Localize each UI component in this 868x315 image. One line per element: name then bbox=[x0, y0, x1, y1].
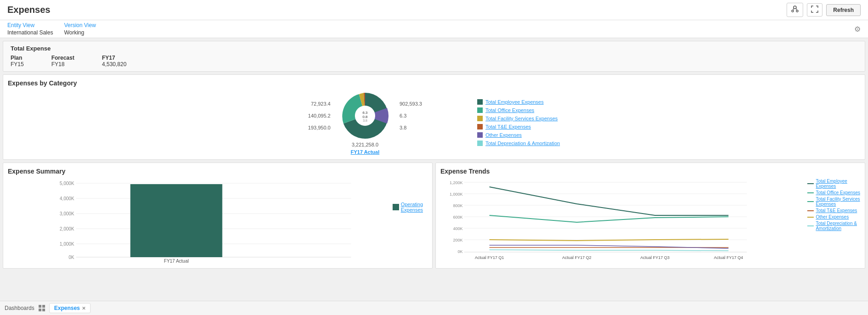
top-bar-actions: Refresh bbox=[787, 3, 861, 17]
svg-rect-49 bbox=[42, 305, 45, 308]
pie-labels-left: 72,923.4 140,095.2 193,950.0 bbox=[308, 101, 331, 130]
pie-caption[interactable]: FY17 Actual bbox=[351, 149, 380, 155]
line-legend-employee[interactable]: Total EmployeeExpenses bbox=[807, 179, 860, 189]
svg-text:1,000K: 1,000K bbox=[450, 192, 463, 197]
expense-summary-panel: Expense Summary 5,000K 4,000K 3,000K 2,0… bbox=[3, 163, 433, 269]
share-icon bbox=[791, 5, 799, 13]
line-legend-depreciation[interactable]: Total Depreciation &Amortization bbox=[807, 221, 860, 231]
svg-text:Actual FY17 Q4: Actual FY17 Q4 bbox=[714, 255, 743, 260]
entity-info: Entity View International Sales Version … bbox=[7, 22, 96, 36]
line-legend-office[interactable]: Total Office Expenses bbox=[807, 190, 860, 195]
legend-label-te: Total T&E Expenses bbox=[485, 124, 531, 129]
svg-text:600K: 600K bbox=[453, 215, 463, 219]
fy17-label: FY17 bbox=[102, 55, 126, 61]
legend-dot-office bbox=[477, 107, 483, 113]
total-expense-title: Total Expense bbox=[11, 45, 857, 52]
svg-line-4 bbox=[796, 8, 797, 11]
svg-text:3.8: 3.8 bbox=[363, 119, 367, 122]
svg-text:0K: 0K bbox=[457, 249, 463, 254]
tabs-bar: Dashboards Expenses ✕ bbox=[0, 301, 868, 315]
expense-trends-panel: Expense Trends 1,200K 1,000K 800K 600K 4… bbox=[435, 163, 865, 269]
pie-label-left-3: 193,950.0 bbox=[308, 125, 331, 130]
forecast-value: FY18 bbox=[51, 61, 74, 68]
pie-chart-container: 72,923.4 140,095.2 193,950.0 bbox=[8, 90, 860, 155]
svg-text:400K: 400K bbox=[453, 226, 463, 231]
legend-dot-depreciation bbox=[477, 141, 483, 146]
line-legend-dash-depreciation bbox=[807, 225, 814, 226]
legend-item-facility[interactable]: Total Facility Services Expenses bbox=[477, 116, 560, 121]
svg-text:0K: 0K bbox=[69, 255, 74, 260]
line-chart-legend: Total EmployeeExpenses Total Office Expe… bbox=[807, 179, 860, 231]
legend-label-facility: Total Facility Services Expenses bbox=[485, 116, 558, 121]
line-legend-label-te: Total T&E Expenses bbox=[816, 208, 857, 213]
legend-dot-employee bbox=[477, 99, 483, 105]
pie-label-right-1: 902,593.3 bbox=[400, 101, 422, 107]
share-icon-btn[interactable] bbox=[787, 3, 803, 17]
line-legend-label-depreciation: Total Depreciation &Amortization bbox=[816, 221, 857, 231]
line-legend-dash-office bbox=[807, 192, 814, 193]
legend-item-te[interactable]: Total T&E Expenses bbox=[477, 124, 560, 129]
refresh-button[interactable]: Refresh bbox=[826, 4, 861, 16]
line-legend-facility[interactable]: Total Facility ServicesExpenses bbox=[807, 197, 860, 207]
pie-bottom-label: 3,221,258.0 bbox=[352, 142, 378, 147]
line-legend-te[interactable]: Total T&E Expenses bbox=[807, 208, 860, 213]
svg-text:2,000K: 2,000K bbox=[60, 226, 74, 231]
svg-rect-11 bbox=[477, 116, 483, 121]
legend-dot-te bbox=[477, 124, 483, 129]
svg-text:Actual FY17 Q1: Actual FY17 Q1 bbox=[475, 255, 504, 260]
legend-label-other: Other Expenses bbox=[485, 132, 522, 138]
legend-label-employee: Total Employee Expenses bbox=[485, 99, 544, 105]
top-bar: Expenses Refresh bbox=[0, 0, 868, 20]
expenses-by-category-title: Expenses by Category bbox=[8, 79, 860, 87]
entity-col-2: Version View Working bbox=[64, 22, 96, 36]
pie-chart-svg: 6.3 0.8 3.8 bbox=[340, 90, 390, 141]
pie-legend: Total Employee Expenses Total Office Exp… bbox=[477, 99, 560, 146]
legend-dot-facility bbox=[477, 116, 483, 121]
settings-icon[interactable]: ⚙ bbox=[854, 25, 861, 34]
line-legend-other[interactable]: Other Expenses bbox=[807, 214, 860, 219]
entity-col-1: Entity View International Sales bbox=[7, 22, 53, 36]
line-legend-label-other: Other Expenses bbox=[816, 214, 849, 219]
fy17-value: 4,530,820 bbox=[102, 61, 126, 68]
svg-text:6.3: 6.3 bbox=[362, 111, 368, 115]
bottom-row: Expense Summary 5,000K 4,000K 3,000K 2,0… bbox=[3, 163, 865, 269]
line-legend-dash-employee bbox=[807, 183, 814, 184]
expenses-tab[interactable]: Expenses ✕ bbox=[49, 303, 91, 313]
svg-rect-9 bbox=[477, 99, 483, 105]
line-chart-wrapper: 1,200K 1,000K 800K 600K 400K 200K 0K bbox=[440, 179, 860, 264]
line-legend-dash-other bbox=[807, 217, 814, 218]
legend-item-employee[interactable]: Total Employee Expenses bbox=[477, 99, 560, 105]
dashboards-tab[interactable]: Dashboards bbox=[5, 305, 34, 311]
svg-text:Actual FY17 Q3: Actual FY17 Q3 bbox=[640, 255, 670, 260]
pie-label-right-2: 6.3 bbox=[400, 113, 406, 118]
line-legend-label-office: Total Office Expenses bbox=[816, 190, 860, 195]
pie-labels-right: 902,593.3 6.3 3.8 bbox=[400, 101, 422, 130]
entity-bar: Entity View International Sales Version … bbox=[0, 20, 868, 38]
entity-view-link[interactable]: Entity View bbox=[7, 22, 53, 28]
svg-text:0.8: 0.8 bbox=[362, 115, 368, 119]
legend-item-office[interactable]: Total Office Expenses bbox=[477, 107, 560, 113]
pie-wrapper: 72,923.4 140,095.2 193,950.0 bbox=[308, 90, 422, 155]
expand-icon-btn[interactable] bbox=[807, 3, 822, 17]
svg-rect-51 bbox=[42, 309, 45, 311]
svg-text:5,000K: 5,000K bbox=[60, 181, 74, 186]
line-legend-label-facility: Total Facility ServicesExpenses bbox=[816, 197, 860, 207]
bar-chart-svg: 5,000K 4,000K 3,000K 2,000K 1,000K 0K bbox=[8, 179, 428, 264]
pie-label-left-2: 140,095.2 bbox=[308, 113, 331, 118]
expense-summary-title: Expense Summary bbox=[8, 168, 428, 175]
metric-fy17: FY17 4,530,820 bbox=[102, 55, 126, 68]
version-view-value: Working bbox=[64, 29, 96, 36]
expenses-tab-label: Expenses bbox=[54, 305, 80, 311]
legend-label-depreciation: Total Depreciation & Amortization bbox=[485, 141, 560, 146]
legend-label-office: Total Office Expenses bbox=[485, 107, 534, 113]
tab-close-button[interactable]: ✕ bbox=[82, 306, 86, 311]
svg-text:800K: 800K bbox=[453, 203, 463, 208]
version-view-link[interactable]: Version View bbox=[64, 22, 96, 28]
legend-item-other[interactable]: Other Expenses bbox=[477, 132, 560, 138]
metric-plan: Plan FY15 bbox=[11, 55, 24, 68]
svg-text:1,200K: 1,200K bbox=[450, 180, 463, 185]
legend-item-depreciation[interactable]: Total Depreciation & Amortization bbox=[477, 141, 560, 146]
bar-chart-wrapper: 5,000K 4,000K 3,000K 2,000K 1,000K 0K bbox=[8, 179, 428, 264]
svg-rect-12 bbox=[477, 124, 483, 129]
line-legend-dash-te bbox=[807, 210, 814, 211]
